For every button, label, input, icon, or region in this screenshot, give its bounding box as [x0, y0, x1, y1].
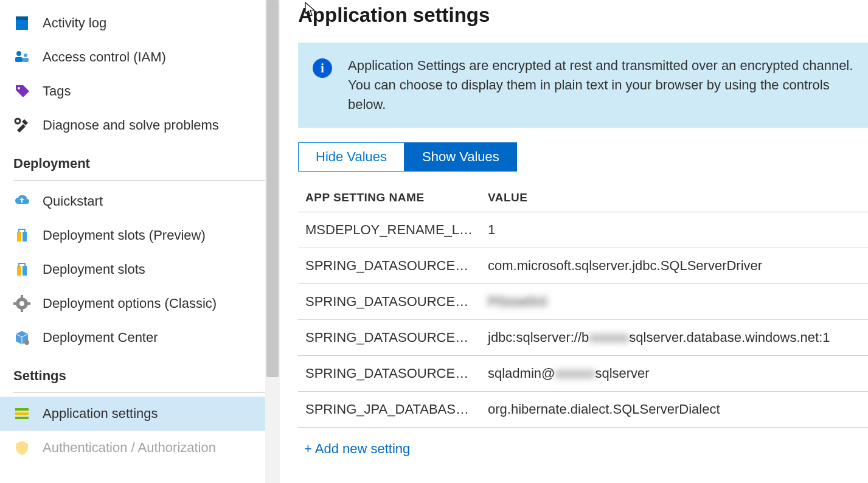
svg-rect-8	[17, 232, 21, 241]
sidebar-item-quickstart[interactable]: Quickstart	[0, 184, 280, 218]
sidebar-item-label: Deployment slots (Preview)	[43, 228, 206, 243]
iam-icon	[13, 49, 30, 66]
info-icon: i	[313, 58, 332, 78]
tools-icon	[13, 117, 30, 134]
sidebar-item-activity-log[interactable]: Activity log	[0, 6, 280, 40]
setting-value-cell: sqladmin@xxxxxxsqlserver	[481, 355, 868, 391]
column-header-name: APP SETTING NAME	[298, 185, 481, 212]
cloud-icon	[13, 193, 30, 210]
sidebar-item-deployment-slots[interactable]: Deployment slots	[0, 252, 280, 287]
table-row[interactable]: SPRING_DATASOURCE_PA…P0ssw0rd	[298, 283, 868, 319]
sidebar-item-label: Deployment options (Classic)	[43, 296, 217, 311]
svg-point-6	[18, 87, 20, 89]
setting-name-cell: SPRING_DATASOURCE_URL	[298, 319, 481, 355]
setting-value-cell: org.hibernate.dialect.SQLServerDialect	[481, 391, 868, 427]
sidebar-item-label: Deployment slots	[43, 262, 145, 277]
setting-name-cell: SPRING_DATASOURCE_PA…	[298, 283, 481, 319]
section-header: Settings	[0, 355, 280, 389]
svg-point-18	[24, 340, 29, 345]
svg-rect-19	[15, 408, 29, 411]
app-settings-table: APP SETTING NAME VALUE MSDEPLOY_RENAME_L…	[298, 185, 868, 428]
redacted-value: xxxxxx	[589, 330, 629, 346]
setting-name-cell: MSDEPLOY_RENAME_LOC…	[298, 212, 481, 248]
svg-point-7	[15, 119, 20, 123]
log-icon	[13, 15, 30, 32]
hide-values-button[interactable]: Hide Values	[298, 142, 404, 172]
sidebar-item-label: Authentication / Authorization	[43, 440, 216, 456]
scrollbar-track	[265, 0, 280, 483]
page-title: Application settings	[298, 4, 868, 27]
redacted-value: P0ssw0rd	[488, 294, 547, 310]
svg-rect-14	[21, 295, 23, 299]
appsettings-icon	[13, 405, 30, 422]
add-new-setting-link[interactable]: + Add new setting	[298, 441, 410, 457]
svg-point-13	[19, 301, 24, 306]
redacted-value: xxxxxx	[555, 366, 595, 381]
svg-rect-11	[23, 266, 27, 276]
slots-icon	[13, 261, 30, 278]
sidebar-item-label: Deployment Center	[43, 330, 158, 346]
sidebar-item-label: Quickstart	[43, 193, 103, 209]
setting-value-cell: jdbc:sqlserver://bxxxxxxsqlserver.databa…	[481, 319, 868, 355]
svg-rect-17	[27, 302, 30, 305]
svg-rect-21	[15, 417, 29, 419]
values-toggle: Hide Values Show Values	[298, 142, 868, 172]
info-banner-text: Application Settings are encrypted at re…	[348, 56, 853, 114]
sidebar-item-label: Diagnose and solve problems	[43, 117, 219, 133]
sidebar-item-diagnose[interactable]: Diagnose and solve problems	[0, 108, 280, 142]
setting-value-cell: 1	[481, 212, 868, 248]
main-content: Application settings i Application Setti…	[280, 0, 868, 483]
show-values-button[interactable]: Show Values	[404, 142, 517, 172]
table-row[interactable]: SPRING_DATASOURCE_URLjdbc:sqlserver://bx…	[298, 319, 868, 355]
sidebar-item-auth[interactable]: Authentication / Authorization	[0, 431, 280, 465]
setting-value-cell: P0ssw0rd	[481, 283, 868, 319]
setting-name-cell: SPRING_DATASOURCE_US…	[298, 355, 481, 391]
sidebar-item-deployment-options[interactable]: Deployment options (Classic)	[0, 287, 280, 321]
table-row[interactable]: MSDEPLOY_RENAME_LOC…1	[298, 212, 868, 248]
sidebar-item-label: Application settings	[43, 406, 158, 422]
sidebar: Activity logAccess control (IAM)TagsDiag…	[0, 0, 280, 483]
info-banner: i Application Settings are encrypted at …	[298, 43, 868, 128]
sidebar-item-label: Access control (IAM)	[43, 49, 166, 65]
table-row[interactable]: SPRING_DATASOURCE_DRI…com.microsoft.sqls…	[298, 248, 868, 283]
sidebar-item-deployment-center[interactable]: Deployment Center	[0, 321, 280, 355]
svg-rect-1	[16, 16, 28, 20]
sidebar-item-label: Activity log	[43, 15, 106, 31]
svg-rect-3	[15, 57, 23, 62]
slots-icon	[13, 227, 30, 244]
scrollbar-thumb[interactable]	[266, 0, 279, 377]
setting-name-cell: SPRING_DATASOURCE_DRI…	[298, 248, 481, 283]
column-header-value: VALUE	[481, 185, 868, 212]
svg-point-4	[24, 54, 27, 57]
svg-rect-9	[23, 232, 27, 241]
sidebar-item-access-control[interactable]: Access control (IAM)	[0, 40, 280, 74]
setting-name-cell: SPRING_JPA_DATABASE_PL…	[298, 391, 481, 427]
table-row[interactable]: SPRING_DATASOURCE_US…sqladmin@xxxxxxsqls…	[298, 355, 868, 391]
auth-icon	[13, 439, 30, 456]
gear-icon	[13, 295, 30, 312]
sidebar-item-label: Tags	[43, 83, 71, 99]
svg-point-2	[16, 51, 21, 56]
box-icon	[13, 329, 30, 346]
table-row[interactable]: SPRING_JPA_DATABASE_PL…org.hibernate.dia…	[298, 391, 868, 427]
sidebar-item-deployment-slots-preview[interactable]: Deployment slots (Preview)	[0, 218, 280, 252]
tag-icon	[13, 83, 30, 100]
section-header: Deployment	[0, 142, 280, 176]
sidebar-item-tags[interactable]: Tags	[0, 74, 280, 108]
svg-rect-5	[23, 58, 29, 62]
svg-rect-10	[17, 266, 21, 276]
setting-value-cell: com.microsoft.sqlserver.jdbc.SQLServerDr…	[481, 248, 868, 283]
svg-rect-16	[13, 302, 17, 305]
svg-rect-15	[21, 308, 23, 312]
svg-rect-20	[15, 412, 29, 415]
sidebar-item-application-settings[interactable]: Application settings	[0, 397, 280, 431]
